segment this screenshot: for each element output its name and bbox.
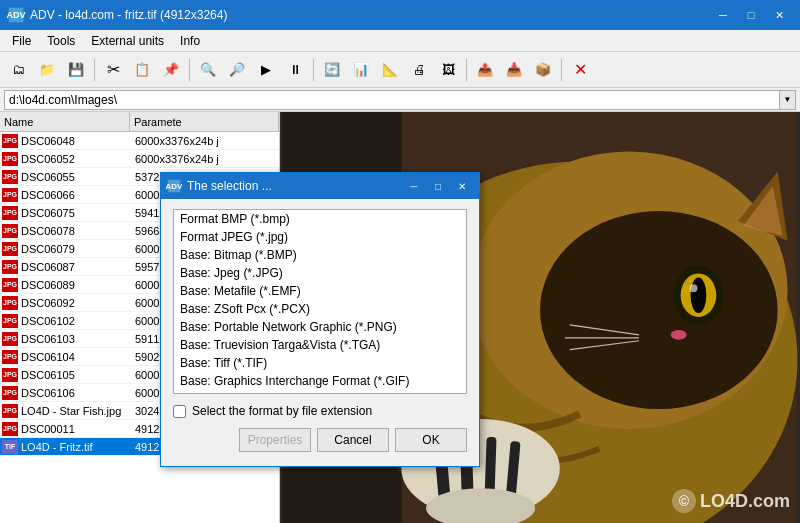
menu-file[interactable]: File (4, 32, 39, 50)
properties-button[interactable]: Properties (239, 428, 311, 452)
menu-tools[interactable]: Tools (39, 32, 83, 50)
cancel-button[interactable]: Cancel (317, 428, 389, 452)
tb-paste-button[interactable]: 📌 (157, 57, 185, 83)
address-bar: ▼ (0, 88, 800, 112)
tb-image-button[interactable]: 🖼 (434, 57, 462, 83)
maximize-button[interactable]: □ (738, 5, 764, 25)
minimize-button[interactable]: ─ (710, 5, 736, 25)
tb-import-button[interactable]: 📥 (500, 57, 528, 83)
dialog-title: The selection ... (187, 179, 272, 193)
dialog-icon: ADV (167, 179, 181, 193)
tb-folder-button[interactable]: 📁 (33, 57, 61, 83)
tb-export-button[interactable]: 📤 (471, 57, 499, 83)
format-item[interactable]: Base: Graphics Interchange Format (*.GIF… (174, 372, 466, 390)
title-bar: ADV ADV - lo4d.com - fritz.tif (4912x326… (0, 0, 800, 30)
tb-cut-button[interactable]: ✂ (99, 57, 127, 83)
format-item[interactable]: Base: Bitmap (*.BMP) (174, 246, 466, 264)
format-item[interactable]: Base: Tiff (*.TIF) (174, 354, 466, 372)
format-dialog: ADV The selection ... ─ □ ✕ Format BMP (… (160, 172, 480, 467)
checkbox-row: Select the format by file extension (173, 404, 467, 418)
dialog-maximize-button[interactable]: □ (427, 177, 449, 195)
menu-info[interactable]: Info (172, 32, 208, 50)
menu-external-units[interactable]: External units (83, 32, 172, 50)
close-button[interactable]: ✕ (766, 5, 792, 25)
format-item[interactable]: Base: Jpeg (*.JPG) (174, 264, 466, 282)
dialog-footer: Properties Cancel OK (173, 428, 467, 456)
file-extension-checkbox[interactable] (173, 405, 186, 418)
checkbox-label[interactable]: Select the format by file extension (192, 404, 372, 418)
tb-copy-button[interactable]: 📋 (128, 57, 156, 83)
ok-button[interactable]: OK (395, 428, 467, 452)
window-controls: ─ □ ✕ (710, 5, 792, 25)
dialog-minimize-button[interactable]: ─ (403, 177, 425, 195)
format-item[interactable]: Base: Portable Network Graphic (*.PNG) (174, 318, 466, 336)
tb-zoomout-button[interactable]: 🔎 (223, 57, 251, 83)
tb-zoomin-button[interactable]: 🔍 (194, 57, 222, 83)
format-item[interactable]: Format JPEG (*.jpg) (174, 228, 466, 246)
address-input[interactable] (4, 90, 780, 110)
format-item[interactable]: Base: Truevision Targa&Vista (*.TGA) (174, 336, 466, 354)
tb-chart-button[interactable]: 📊 (347, 57, 375, 83)
app-icon: ADV (8, 7, 24, 23)
tb-measure-button[interactable]: 📐 (376, 57, 404, 83)
tb-delete-button[interactable]: ✕ (566, 57, 594, 83)
format-item[interactable]: Base: Metafile (*.EMF) (174, 282, 466, 300)
tb-open-button[interactable]: 🗂 (4, 57, 32, 83)
format-list[interactable]: Format BMP (*.bmp)Format JPEG (*.jpg)Bas… (173, 209, 467, 394)
toolbar: 🗂 📁 💾 ✂ 📋 📌 🔍 🔎 ▶ ⏸ 🔄 📊 📐 🖨 🖼 📤 📥 📦 ✕ (0, 52, 800, 88)
tb-refresh-button[interactable]: 🔄 (318, 57, 346, 83)
dialog-close-button[interactable]: ✕ (451, 177, 473, 195)
main-area: Name Paramete JPGDSC060486000x3376x24b j… (0, 112, 800, 523)
address-dropdown[interactable]: ▼ (780, 90, 796, 110)
tb-pause-button[interactable]: ⏸ (281, 57, 309, 83)
tb-play-button[interactable]: ▶ (252, 57, 280, 83)
tb-save-button[interactable]: 💾 (62, 57, 90, 83)
menu-bar: File Tools External units Info (0, 30, 800, 52)
window-title: ADV - lo4d.com - fritz.tif (4912x3264) (30, 8, 227, 22)
dialog-body: Format BMP (*.bmp)Format JPEG (*.jpg)Bas… (161, 199, 479, 466)
format-item[interactable]: Base: ZSoft Pcx (*.PCX) (174, 300, 466, 318)
dialog-title-bar: ADV The selection ... ─ □ ✕ (161, 173, 479, 199)
tb-archive-button[interactable]: 📦 (529, 57, 557, 83)
tb-print-button[interactable]: 🖨 (405, 57, 433, 83)
format-item[interactable]: Format BMP (*.bmp) (174, 210, 466, 228)
modal-overlay: ADV The selection ... ─ □ ✕ Format BMP (… (0, 112, 800, 523)
